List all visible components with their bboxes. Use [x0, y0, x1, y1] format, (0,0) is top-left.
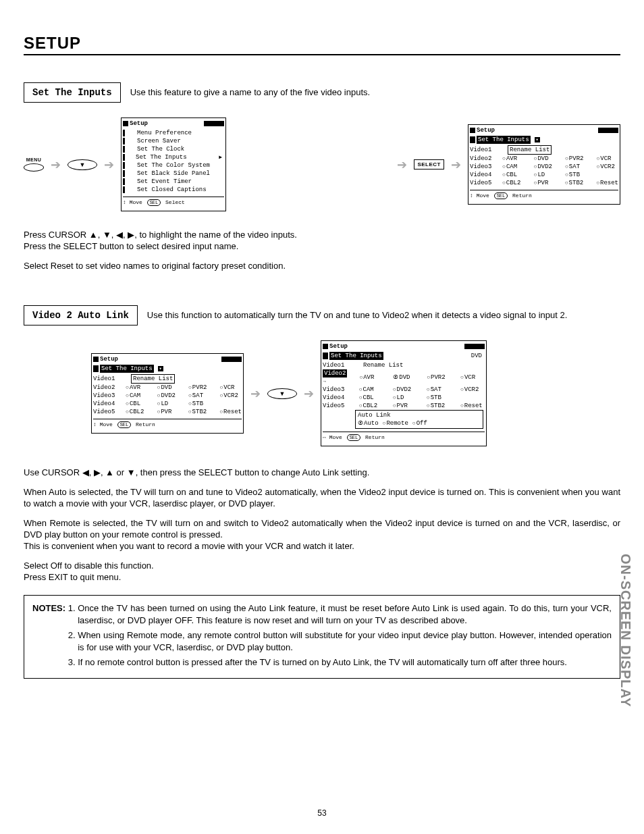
arrow-icon: ➔ — [250, 386, 261, 401]
rename-option[interactable]: PVR — [533, 179, 555, 187]
rename-option[interactable]: LD — [157, 400, 179, 408]
cursor-down-button[interactable]: ▼ — [267, 388, 297, 399]
rename-row: Video5CBL2PVRSTB2Reset — [470, 179, 618, 187]
right-triangle-icon: ▶ — [219, 153, 224, 161]
rename-option[interactable]: CAM — [502, 163, 524, 171]
rename-option[interactable]: SAT — [565, 163, 587, 171]
rename-option[interactable]: PVR — [393, 402, 417, 410]
sec1-intro: Use this feature to give a name to any o… — [130, 82, 371, 97]
video-label: Video4 — [93, 400, 116, 408]
osd-menu-item[interactable]: Set Black Side Panel — [123, 170, 224, 178]
rename-row: Video2AVRDVDPVR2VCR — [93, 384, 242, 392]
video1-label: Video1 — [470, 146, 498, 154]
rename-option[interactable]: STB2 — [188, 408, 210, 416]
video-label: Video2 — [470, 155, 493, 163]
rename-option[interactable]: VCR2 — [460, 386, 485, 394]
osd-setup-menu: Setup Menu PreferenceScreen SaverSet The… — [121, 118, 226, 211]
rename-option[interactable]: SAT — [427, 386, 451, 394]
arrow-icon: ➔ — [304, 386, 314, 401]
rename-option[interactable]: CBL2 — [359, 402, 383, 410]
rename-option[interactable]: STB2 — [565, 179, 587, 187]
rename-option[interactable]: CBL — [502, 171, 524, 179]
menu-button[interactable]: MENU — [24, 157, 44, 172]
osd-menu-item[interactable]: Screen Saver — [123, 137, 224, 145]
rename-row: Video2AVRDVDPVR2VCR — [470, 155, 618, 163]
video-label: Video5 — [470, 179, 493, 187]
osd-menu-item[interactable]: Set Event Timer — [123, 178, 224, 186]
rename-option[interactable]: Reset — [596, 179, 618, 187]
note-item: Once the TV has been turned on using the… — [78, 602, 612, 627]
arrow-icon: ➔ — [104, 157, 114, 172]
sec2-label: Video 2 Auto Link — [24, 305, 138, 325]
cursor-down-button[interactable]: ▼ — [68, 159, 97, 170]
rename-option[interactable]: PVR2 — [565, 155, 587, 163]
autolink-option[interactable]: Remote — [383, 420, 408, 427]
osd-menu-item[interactable]: Menu Preference — [123, 129, 224, 137]
rename-option[interactable]: PVR2 — [427, 373, 451, 382]
rename-option[interactable]: PVR — [157, 408, 178, 416]
sec1-header-row: Set The Inputs Use this feature to give … — [24, 82, 620, 103]
rename-option[interactable]: LD — [534, 171, 556, 179]
arrow-icon: ➔ — [451, 157, 461, 172]
video-label: Video5 — [93, 408, 116, 416]
rename-option[interactable]: Reset — [219, 408, 242, 416]
rename-option[interactable]: CBL — [359, 394, 383, 402]
osd-a-highlight[interactable]: Set The Inputs — [136, 153, 187, 161]
sec2-intro: Use this function to automatically turn … — [147, 305, 620, 320]
rename-option[interactable]: DVD2 — [157, 392, 179, 400]
rename-option[interactable]: LD — [393, 394, 417, 402]
rename-option[interactable]: DVD2 — [534, 163, 556, 171]
rename-option[interactable]: CAM — [359, 386, 383, 394]
osd-menu-item[interactable]: Set The Color System — [123, 161, 224, 170]
note-item: If no remote control button is pressed a… — [78, 656, 612, 669]
rename-option[interactable]: DVD — [393, 373, 417, 382]
rename-option[interactable]: CBL2 — [502, 179, 524, 187]
sel-key-icon: SEL — [494, 192, 508, 199]
osd-menu-item[interactable]: Set The Clock — [123, 145, 224, 153]
menu-button-label: MENU — [26, 157, 42, 162]
sel-key-icon: SEL — [147, 199, 161, 206]
rename-option[interactable]: DVD — [534, 155, 556, 163]
auto-link-box: Auto Link AutoRemoteOff — [355, 410, 483, 429]
rename-option[interactable]: STB — [565, 171, 587, 179]
rename-option[interactable]: STB — [427, 394, 451, 402]
dropdown-icon: ▾ — [158, 366, 163, 371]
notes-list: Once the TV has been turned on using the… — [65, 602, 612, 671]
osd-menu-item[interactable]: Set Closed Captions — [123, 186, 224, 194]
video1-label: Video1 — [93, 375, 122, 383]
video-label: Video4 — [323, 394, 350, 402]
rename-option[interactable]: CAM — [126, 392, 147, 400]
rename-row: Video2→AVRDVDPVR2VCR — [323, 369, 485, 386]
rename-option[interactable]: AVR — [359, 373, 383, 382]
rename-option[interactable]: STB2 — [427, 402, 451, 410]
select-button[interactable]: SELECT — [414, 159, 444, 170]
rename-option[interactable]: DVD — [157, 384, 179, 392]
sec1-diagram: MENU ➔ ▼ ➔ Setup Menu PreferenceScreen S… — [24, 118, 620, 211]
auto-link-title: Auto Link — [358, 411, 481, 419]
osd-c-sub: Set The Inputs — [100, 365, 154, 373]
video-label: Video2→ — [323, 369, 350, 386]
rename-option[interactable]: VCR2 — [597, 163, 618, 171]
rename-option[interactable]: STB — [188, 400, 210, 408]
video-label: Video2 — [93, 384, 116, 392]
autolink-option[interactable]: Off — [412, 420, 427, 427]
video1-label: Video1 — [323, 361, 352, 369]
rename-option[interactable]: AVR — [126, 384, 147, 392]
rename-option[interactable]: AVR — [502, 155, 524, 163]
rename-option[interactable]: VCR — [220, 384, 242, 392]
page: SETUP Set The Inputs Use this feature to… — [0, 0, 644, 834]
rename-option[interactable]: SAT — [188, 392, 210, 400]
rename-option[interactable]: Reset — [460, 402, 485, 410]
rename-option[interactable]: VCR2 — [220, 392, 242, 400]
rename-list-header: Rename List — [131, 374, 175, 384]
rename-option[interactable]: VCR — [460, 373, 485, 382]
rename-row: Video4CBLLDSTB — [470, 171, 618, 179]
rename-row: Video5CBL2PVRSTB2Reset — [323, 402, 485, 410]
updown-icon: ↕ — [123, 199, 126, 205]
rename-option[interactable]: DVD2 — [393, 386, 417, 394]
rename-option[interactable]: CBL2 — [126, 408, 147, 416]
autolink-option[interactable]: Auto — [358, 420, 379, 427]
rename-option[interactable]: CBL — [126, 400, 147, 408]
rename-option[interactable]: VCR — [597, 155, 618, 163]
rename-option[interactable]: PVR2 — [188, 384, 210, 392]
